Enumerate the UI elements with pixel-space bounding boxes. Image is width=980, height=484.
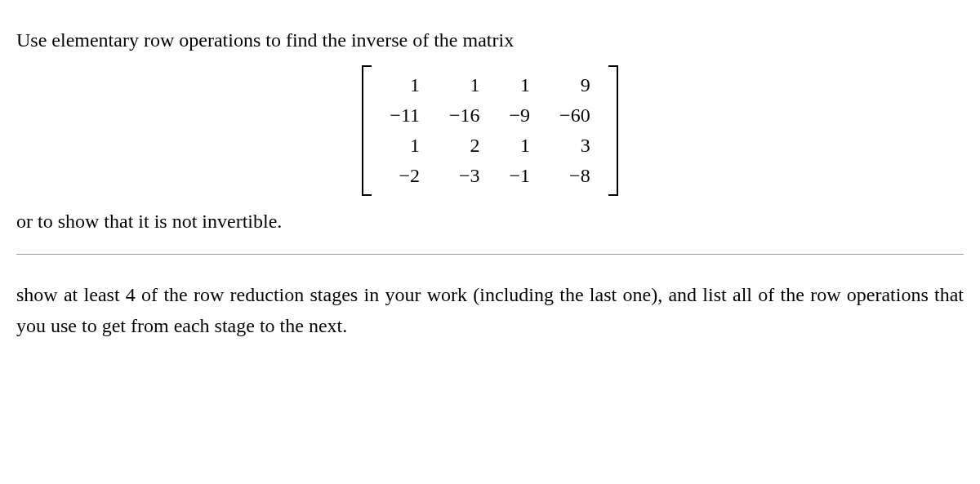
matrix-row: −11 −16 −9 −60	[375, 100, 604, 131]
after-text: or to show that it is not invertible.	[16, 206, 964, 237]
matrix-cell: 1	[375, 70, 434, 100]
matrix-brackets: 1 1 1 9 −11 −16 −9 −60 1 2 1 3 −2 −3 −1	[362, 65, 617, 196]
matrix-row: 1 1 1 9	[375, 70, 604, 100]
matrix-cell: 9	[545, 70, 605, 100]
divider	[16, 254, 964, 255]
matrix-cell: −60	[545, 100, 605, 131]
matrix-cell: 1	[434, 70, 495, 100]
intro-text: Use elementary row operations to find th…	[16, 24, 964, 56]
matrix-container: 1 1 1 9 −11 −16 −9 −60 1 2 1 3 −2 −3 −1	[16, 65, 964, 196]
matrix-cell: 2	[434, 131, 495, 161]
matrix-cell: −9	[495, 100, 546, 131]
matrix: 1 1 1 9 −11 −16 −9 −60 1 2 1 3 −2 −3 −1	[375, 70, 604, 191]
matrix-cell: 3	[545, 131, 605, 161]
matrix-cell: −8	[545, 161, 605, 191]
matrix-cell: −3	[434, 161, 495, 191]
matrix-cell: −16	[434, 100, 495, 131]
matrix-row: 1 2 1 3	[375, 131, 604, 161]
matrix-cell: 1	[495, 131, 546, 161]
matrix-row: −2 −3 −1 −8	[375, 161, 604, 191]
matrix-cell: −11	[375, 100, 434, 131]
instructions-paragraph: show at least 4 of the row reduction sta…	[16, 279, 964, 342]
matrix-cell: −1	[495, 161, 546, 191]
matrix-cell: 1	[375, 131, 434, 161]
matrix-cell: −2	[375, 161, 434, 191]
matrix-cell: 1	[495, 70, 546, 100]
instruct-lead: show at least 4 of the row reduction sta…	[16, 284, 467, 305]
